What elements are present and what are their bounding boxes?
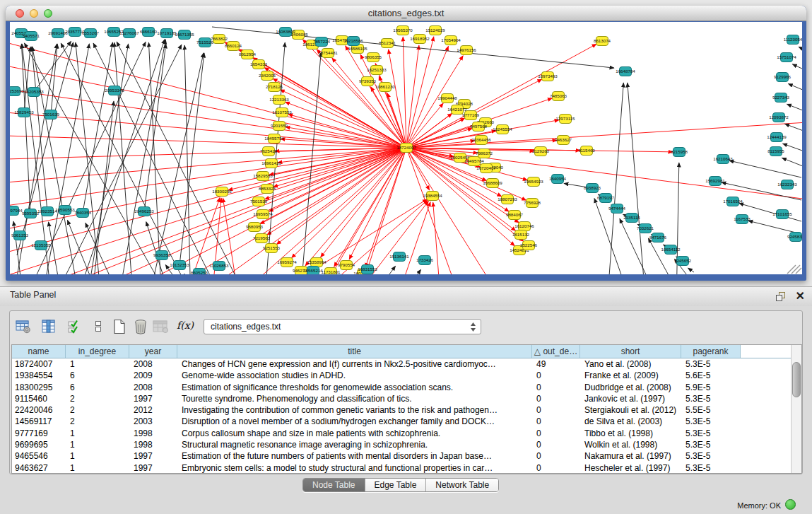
scrollbar-thumb[interactable]	[792, 362, 801, 397]
table-mode-tabs: Node Table Edge Table Network Table	[302, 478, 499, 492]
table-body: 1872400712008Changes of HCN gene express…	[12, 358, 801, 474]
graph-edge[interactable]	[10, 148, 406, 160]
graph-edge[interactable]	[291, 148, 406, 258]
vertical-scrollbar[interactable]	[791, 345, 801, 473]
graph-edge[interactable]	[729, 160, 801, 177]
graph-edge[interactable]	[782, 158, 802, 174]
tab-edge-table[interactable]: Edge Table	[365, 479, 426, 491]
column-header-out-degree[interactable]: △ out_de…	[532, 345, 580, 358]
function-builder-icon[interactable]: f(x)	[177, 320, 194, 331]
graph-edge[interactable]	[184, 45, 191, 274]
graph-edge[interactable]	[300, 52, 321, 274]
table-row[interactable]: 946362711997Embryonic stem cells: a mode…	[12, 462, 801, 474]
memory-status-indicator[interactable]	[785, 499, 796, 510]
graph-edge[interactable]	[10, 111, 406, 148]
graph-edge[interactable]	[406, 148, 430, 190]
table-selector-dropdown[interactable]: citations_edges.txt	[204, 319, 481, 334]
graph-node-label: 16232343	[777, 182, 797, 187]
column-header-name[interactable]: name	[12, 345, 66, 358]
graph-edge[interactable]	[395, 269, 421, 274]
new-table-icon[interactable]	[109, 317, 130, 337]
table-row[interactable]: 977716911998Corpus callosum shape and si…	[12, 428, 801, 439]
table-row[interactable]: 1456911722003Disruption of a novel membe…	[12, 416, 801, 427]
graph-edge[interactable]	[33, 47, 81, 274]
graph-node-label: 6553267	[82, 30, 100, 35]
graph-edge[interactable]	[302, 40, 406, 148]
graph-edge[interactable]	[433, 202, 441, 274]
column-header-pagerank[interactable]: pagerank	[681, 345, 741, 358]
graph-edge[interactable]	[607, 83, 623, 274]
table-cell: Nakamura et al. (1997)	[580, 450, 681, 462]
graph-edge[interactable]	[799, 47, 802, 63]
resize-grip[interactable]	[787, 265, 801, 274]
window-titlebar[interactable]: citations_edges.txt	[6, 6, 806, 21]
graph-edge[interactable]	[349, 201, 429, 274]
graph-edge[interactable]	[267, 148, 406, 235]
graph-edge[interactable]	[34, 41, 71, 92]
tab-network-table[interactable]: Network Table	[425, 479, 498, 491]
column-header-title[interactable]: title	[177, 345, 532, 358]
graph-edge[interactable]	[10, 148, 406, 257]
graph-edge[interactable]	[76, 42, 102, 274]
graph-edge[interactable]	[91, 101, 114, 274]
graph-node-label: 9595353	[22, 211, 40, 216]
graph-edge[interactable]	[83, 42, 112, 213]
graph-node-label: 2718126	[266, 84, 283, 89]
graph-edge[interactable]	[317, 49, 406, 148]
graph-edge[interactable]	[784, 124, 802, 141]
graph-edge[interactable]	[406, 56, 463, 148]
graph-node-label: 16831553	[358, 267, 377, 271]
table-row[interactable]: 911546021997Tourette syndrome. Phenomeno…	[12, 393, 801, 404]
graph-edge[interactable]	[787, 104, 802, 121]
graph-edge[interactable]	[114, 42, 134, 274]
table-row[interactable]: 1830029562008Estimation of significance …	[12, 382, 801, 393]
table-cell: Hescheler et al. (1997)	[580, 462, 681, 474]
graph-edge[interactable]	[276, 148, 406, 245]
table-row[interactable]: 1938455462009Genome-wide association stu…	[12, 370, 801, 381]
graph-edge[interactable]	[144, 44, 166, 211]
graph-node-label: 12135355	[31, 243, 51, 247]
table-settings-icon[interactable]	[13, 317, 34, 337]
column-header-year[interactable]: year	[129, 345, 177, 358]
graph-node-label: 19565370	[393, 28, 413, 33]
graph-edge[interactable]	[10, 37, 406, 148]
graph-edge[interactable]	[10, 135, 406, 148]
graph-node-label: 6466160	[140, 29, 158, 34]
column-header-short[interactable]: short	[580, 345, 681, 358]
graph-edge[interactable]	[93, 43, 225, 274]
graph-edge[interactable]	[21, 44, 30, 214]
graph-node-label: 16648784	[616, 69, 635, 74]
graph-node-label: 17016504	[723, 199, 743, 204]
table-row[interactable]: 969969511998Structural magnetic resonanc…	[12, 439, 801, 450]
graph-edge[interactable]	[49, 222, 63, 274]
panel-close-icon[interactable]: ✕	[796, 289, 805, 303]
table-row[interactable]: 2242004622012Investigating the contribut…	[12, 404, 801, 416]
graph-edge[interactable]	[65, 148, 406, 274]
show-column-icon[interactable]	[38, 317, 59, 337]
table-row[interactable]: 946554611997Estimation of the future num…	[12, 450, 801, 462]
graph-edge[interactable]	[406, 122, 802, 148]
table-cell: 0	[532, 462, 580, 474]
graph-edge[interactable]	[10, 62, 406, 148]
graph-node-label: 8605253	[191, 270, 208, 274]
graph-edge[interactable]	[24, 47, 30, 112]
column-header-in-degree[interactable]: in_degree	[66, 345, 129, 358]
graph-edge[interactable]	[782, 144, 802, 160]
graph-edge[interactable]	[180, 53, 204, 265]
table-cell: 14569117	[12, 416, 66, 427]
graph-node-label: 2935114	[623, 215, 640, 220]
delete-table-icon[interactable]	[130, 317, 151, 337]
float-window-icon[interactable]	[776, 292, 787, 301]
graph-edge[interactable]	[41, 44, 89, 274]
graph-edge[interactable]	[788, 83, 802, 101]
graph-edge[interactable]	[792, 64, 802, 81]
row-stack-icon[interactable]	[88, 317, 109, 337]
tab-node-table[interactable]: Node Table	[303, 479, 365, 491]
graph-edge[interactable]	[212, 27, 614, 68]
select-rows-icon[interactable]	[64, 317, 85, 337]
graph-edge[interactable]	[32, 47, 47, 211]
graph-edge[interactable]	[148, 42, 162, 274]
table-row[interactable]: 1872400712008Changes of HCN gene express…	[12, 358, 801, 370]
network-canvas[interactable]: 1872400776638228660124891295416543332342…	[10, 22, 802, 274]
graph-edge[interactable]	[688, 268, 694, 272]
